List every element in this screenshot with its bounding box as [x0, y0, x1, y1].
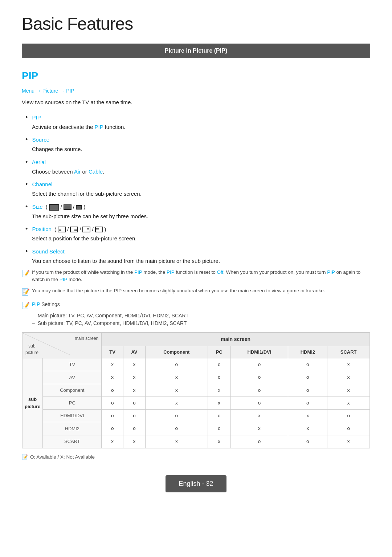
settings-pip-label: PIP: [32, 301, 40, 307]
table-col-label-main: main screen: [75, 335, 98, 342]
cell-scart-tv: x: [102, 435, 123, 448]
cell-scart-hdmi2: o: [288, 435, 327, 448]
cell-hdmi2-hdmi1dvi: x: [230, 422, 288, 435]
cell-pc-component: x: [145, 397, 208, 409]
item-desc-sound-select: You can choose to listen to the sound fr…: [32, 257, 370, 265]
open-paren: (: [46, 203, 48, 211]
table-row-pc: PC o o x x o o x: [23, 397, 370, 409]
cell-tv-pc: o: [208, 358, 230, 371]
availability-note: 📝 O: Available / X: Not Available: [22, 454, 370, 461]
footer: English - 32: [22, 475, 370, 492]
avail-note-text: O: Available / X: Not Available: [30, 454, 95, 461]
feature-list: PIP Activate or deactivate the PIP funct…: [25, 113, 370, 265]
cell-av-pc: o: [208, 371, 230, 384]
item-label-pip: PIP: [32, 114, 41, 121]
row-label-hdmi2: HDMI2: [43, 422, 102, 435]
item-desc-aerial: Choose between Air or Cable.: [32, 168, 370, 176]
settings-item-2: Sub picture: TV, PC, AV, Component, HDMI…: [32, 320, 370, 327]
item-desc-channel: Select the channel for the sub-picture s…: [32, 190, 370, 198]
list-item-pip: PIP Activate or deactivate the PIP funct…: [25, 113, 370, 131]
cell-hdmi2-av: o: [123, 422, 146, 435]
note-block-2: 📝 You may notice that the picture in the…: [22, 287, 370, 297]
cell-tv-av: x: [123, 358, 146, 371]
row-label-hdmi1dvi: HDMI1/DVI: [43, 410, 102, 422]
item-label-source: Source: [32, 137, 49, 143]
item-desc-source: Changes the source.: [32, 145, 370, 154]
cell-comp-hdmi2: o: [288, 384, 327, 397]
cell-av-hdmi1dvi: o: [230, 371, 288, 384]
settings-text: PIP Settings: [32, 301, 60, 308]
settings-list: Main picture: TV, PC, AV, Component, HDM…: [32, 312, 370, 327]
section-header: Picture In Picture (PIP): [22, 44, 370, 58]
cell-pc-hdmi1dvi: o: [230, 397, 288, 409]
cell-hdmi1-av: o: [123, 410, 146, 422]
item-label-channel: Channel: [32, 181, 52, 187]
cell-hdmi1-pc: o: [208, 410, 230, 422]
cell-av-tv: x: [102, 371, 123, 384]
table-row-component: Component o x x x o o x: [23, 384, 370, 397]
cell-comp-component: x: [145, 384, 208, 397]
item-label-position: Position: [32, 226, 51, 232]
cell-comp-tv: o: [102, 384, 123, 397]
size-icon-large: [49, 204, 59, 211]
col-hdmi1dvi: HDMI1/DVI: [230, 346, 288, 358]
cell-scart-hdmi1dvi: o: [230, 435, 288, 448]
intro-text: View two sources on the TV at the same t…: [22, 98, 370, 107]
table-row-tv: subpicture TV x x o o o o x: [23, 358, 370, 371]
col-hdmi2: HDMI2: [288, 346, 327, 358]
note-text-1: If you turn the product off while watchi…: [32, 269, 370, 284]
cell-hdmi1-hdmi2: x: [288, 410, 327, 422]
list-item-size: Size ( / / ) The sub-picture size can be…: [25, 202, 370, 221]
cell-tv-tv: x: [102, 358, 123, 371]
row-label-component: Component: [43, 384, 102, 397]
table-row-hdmi2: HDMI2 o o o o x x o: [23, 422, 370, 435]
pip-inline-ref: PIP: [95, 124, 103, 130]
cell-hdmi2-pc: o: [208, 422, 230, 435]
page-title: Basic Features: [22, 11, 370, 37]
note-icon-1: 📝: [22, 269, 30, 278]
cell-av-component: x: [145, 371, 208, 384]
row-label-pc: PC: [43, 397, 102, 409]
table-row-av: AV x x x o o o x: [23, 371, 370, 384]
cell-hdmi1-hdmi1dvi: x: [230, 410, 288, 422]
list-item-sound-select: Sound Select You can choose to listen to…: [25, 247, 370, 265]
close-paren: ): [83, 203, 85, 211]
list-item-source: Source Changes the source.: [25, 135, 370, 154]
sub-picture-label: subpicture: [23, 358, 43, 448]
table-row-scart: SCART x x x x o o x: [23, 435, 370, 448]
item-desc-position: Select a position for the sub-picture sc…: [32, 235, 370, 243]
cell-pc-pc: x: [208, 397, 230, 409]
item-label-sound-select: Sound Select: [32, 248, 64, 255]
cell-av-hdmi2: o: [288, 371, 327, 384]
cell-scart-pc: x: [208, 435, 230, 448]
row-label-scart: SCART: [43, 435, 102, 448]
pip-table: subpicture main screen main screen TV AV…: [22, 332, 370, 448]
cell-tv-component: o: [145, 358, 208, 371]
cell-tv-hdmi2: o: [288, 358, 327, 371]
main-screen-header: main screen: [102, 333, 370, 346]
table-row-label-sub: subpicture: [25, 343, 38, 356]
cell-hdmi1-component: o: [145, 410, 208, 422]
settings-icon: 📝: [22, 301, 30, 310]
list-item-aerial: Aerial Choose between Air or Cable.: [25, 157, 370, 176]
cell-scart-av: x: [123, 435, 146, 448]
pos-icons-group: ( / / / ): [54, 225, 106, 234]
cell-scart-component: x: [145, 435, 208, 448]
item-label-size: Size: [32, 204, 42, 210]
cell-hdmi1-tv: o: [102, 410, 123, 422]
cell-comp-av: x: [123, 384, 146, 397]
table-row-hdmi1dvi: HDMI1/DVI o o o o x x o: [23, 410, 370, 422]
col-av: AV: [123, 346, 146, 358]
cell-pc-scart: x: [327, 397, 370, 409]
cell-comp-hdmi1dvi: o: [230, 384, 288, 397]
col-component: Component: [145, 346, 208, 358]
cell-comp-scart: x: [327, 384, 370, 397]
diagonal-cell: subpicture main screen: [23, 333, 102, 358]
cell-comp-pc: x: [208, 384, 230, 397]
pip-heading: PIP: [22, 68, 370, 84]
note-icon-2: 📝: [22, 287, 30, 297]
cell-av-scart: x: [327, 371, 370, 384]
cell-hdmi2-component: o: [145, 422, 208, 435]
avail-note-icon: 📝: [22, 454, 28, 461]
pos-icon-tl: [95, 227, 103, 232]
